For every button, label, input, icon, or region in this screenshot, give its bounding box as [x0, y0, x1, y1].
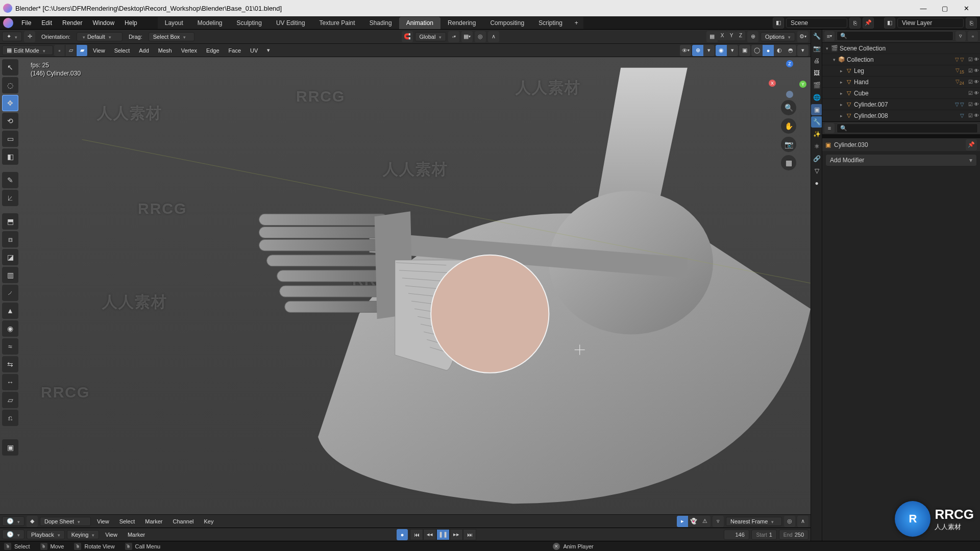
tool-rip[interactable]: ⎌: [2, 410, 18, 426]
playback-dropdown[interactable]: Playback: [27, 530, 65, 539]
scene-browse-icon[interactable]: ◧: [773, 17, 784, 29]
scene-name-field[interactable]: Scene: [786, 18, 847, 28]
window-maximize-button[interactable]: ▢: [934, 0, 955, 16]
current-frame-field[interactable]: 146: [724, 530, 749, 540]
tab-rendering[interactable]: Rendering: [440, 17, 483, 29]
mirror-x-button[interactable]: X: [718, 31, 727, 40]
tool-spin[interactable]: ◉: [2, 320, 18, 337]
tool-polybuild[interactable]: ▲: [2, 303, 18, 319]
overlay-dropdown[interactable]: ▾: [727, 45, 738, 56]
outliner-search[interactable]: 🔍: [837, 31, 953, 41]
window-minimize-button[interactable]: —: [913, 0, 934, 16]
ds-select-menu[interactable]: Select: [115, 516, 139, 527]
prop-tab-particles[interactable]: ✨: [811, 129, 822, 140]
ds-snap-dropdown[interactable]: Nearest Frame: [726, 517, 782, 526]
viewlayer-name-field[interactable]: View Layer: [897, 18, 964, 28]
shading-dropdown[interactable]: ▾: [797, 45, 808, 56]
view-menu[interactable]: View: [89, 45, 109, 56]
tab-scripting[interactable]: Scripting: [531, 17, 570, 29]
properties-object-name[interactable]: Cylinder.030: [834, 141, 868, 148]
dopesheet-mode-dropdown[interactable]: Dope Sheet: [40, 517, 91, 526]
perspective-gizmo[interactable]: ▦: [781, 155, 796, 170]
face-select-mode[interactable]: ▰: [77, 45, 88, 56]
prop-tab-modifier[interactable]: 🔧: [811, 116, 822, 128]
menu-edit[interactable]: Edit: [36, 17, 57, 29]
autokey-button[interactable]: ●: [397, 529, 408, 540]
tool-measure[interactable]: ⟀: [2, 190, 18, 206]
tool-annotate[interactable]: ✎: [2, 172, 18, 188]
tl-view-menu[interactable]: View: [101, 530, 121, 540]
prop-tab-render[interactable]: 📷: [811, 43, 822, 54]
xray-button[interactable]: ▣: [739, 45, 750, 56]
keyframe-prev-button[interactable]: ◂◂: [423, 529, 436, 540]
outliner-tree[interactable]: ▾🎬 Scene Collection ▾📦 Collection ▽▽ ☑👁 …: [822, 43, 980, 121]
ds-channel-menu[interactable]: Channel: [168, 516, 198, 527]
vertex-select-mode[interactable]: ▫: [54, 45, 65, 56]
shading-rendered[interactable]: ◓: [785, 45, 796, 56]
tool-move[interactable]: ✥: [2, 95, 18, 111]
add-modifier-dropdown[interactable]: Add Modifier▾: [825, 154, 977, 166]
proportional-edit-button[interactable]: ◎: [475, 31, 486, 42]
mode-dropdown[interactable]: ▦ Edit Mode: [2, 45, 53, 55]
tool-transform[interactable]: ◧: [2, 148, 18, 165]
outliner-new-collection-button[interactable]: ▫: [968, 31, 978, 41]
ds-marker-menu[interactable]: Marker: [141, 516, 166, 527]
ds-key-menu[interactable]: Key: [200, 516, 217, 527]
gizmo-dropdown[interactable]: ▾: [703, 45, 715, 56]
tool-knife[interactable]: ⟋: [2, 285, 18, 301]
tab-sculpting[interactable]: Sculpting: [230, 17, 269, 29]
outliner-filter-button[interactable]: ▿: [955, 31, 966, 41]
tool-inset[interactable]: ⧈: [2, 231, 18, 247]
ds-view-menu[interactable]: View: [93, 516, 113, 527]
tool-select[interactable]: ◌: [2, 77, 18, 93]
prop-tab-object[interactable]: ▣: [811, 104, 822, 115]
tool-edge-slide[interactable]: ⇆: [2, 356, 18, 372]
mirror-y-button[interactable]: Y: [727, 31, 736, 40]
add-menu[interactable]: Add: [135, 45, 153, 56]
ds-ghost-icon[interactable]: 👻: [688, 516, 699, 527]
mirror-z-button[interactable]: Z: [736, 31, 745, 40]
prop-tab-tool[interactable]: 🔧: [811, 31, 822, 42]
select-menu[interactable]: Select: [110, 45, 134, 56]
timeline-editor-type[interactable]: 🕒: [2, 530, 24, 539]
tool-bevel[interactable]: ◪: [2, 249, 18, 265]
start-frame-field[interactable]: Start1: [751, 530, 777, 540]
uv-menu[interactable]: UV: [246, 45, 262, 56]
header-filter-icon[interactable]: ⚙▾: [797, 31, 808, 42]
prop-tab-output[interactable]: 🖨: [811, 55, 822, 66]
tool-scale[interactable]: ▭: [2, 131, 18, 147]
gizmo-button[interactable]: ⊕: [692, 45, 703, 56]
shading-solid[interactable]: ●: [763, 45, 774, 56]
stop-anim-button[interactable]: ✕: [553, 543, 560, 550]
keying-dropdown[interactable]: Keying: [67, 530, 100, 539]
scene-new-button[interactable]: ⎘: [849, 17, 861, 29]
window-close-button[interactable]: ✕: [955, 0, 977, 16]
prop-tab-constraints[interactable]: 🔗: [811, 153, 822, 164]
mesh-edit-mode-icon[interactable]: ▦: [706, 31, 718, 42]
axis-widget[interactable]: Z X Y: [771, 61, 806, 97]
tab-add-workspace[interactable]: +: [570, 17, 583, 29]
prop-tab-world[interactable]: 🌐: [811, 92, 822, 103]
scene-pin-button[interactable]: 📌: [863, 17, 874, 29]
prop-tab-scene[interactable]: 🎬: [811, 80, 822, 91]
ds-proportional-icon[interactable]: ◎: [784, 516, 795, 527]
outliner-collapse-button[interactable]: ≡: [824, 123, 835, 133]
pan-gizmo[interactable]: ✋: [781, 118, 796, 134]
ds-show-sliders[interactable]: ▸: [677, 516, 688, 527]
prop-tab-viewlayer[interactable]: 🖼: [811, 67, 822, 79]
tool-shear[interactable]: ▱: [2, 392, 18, 408]
ds-warn-icon[interactable]: ⚠: [699, 516, 710, 527]
3d-viewport[interactable]: 人人素材 RRCG 人人素材 RRCG RRCG 人人素材 RRCG 人人素材 …: [0, 57, 811, 514]
menu-window[interactable]: Window: [87, 17, 119, 29]
properties-pin-button[interactable]: 📌: [966, 139, 977, 151]
menu-file[interactable]: File: [16, 17, 36, 29]
shading-matprev[interactable]: ◐: [774, 45, 785, 56]
outliner-search-2[interactable]: 🔍: [837, 123, 978, 133]
prop-tab-mesh[interactable]: ▽: [811, 165, 822, 177]
drag-dropdown[interactable]: Select Box: [149, 32, 194, 41]
tool-rotate[interactable]: ⟲: [2, 113, 18, 129]
face-menu[interactable]: Face: [225, 45, 245, 56]
header-more-dropdown[interactable]: ▾: [263, 45, 274, 56]
keyframe-next-button[interactable]: ▸▸: [450, 529, 463, 540]
ds-filter-dropdown[interactable]: ▿: [713, 516, 724, 527]
